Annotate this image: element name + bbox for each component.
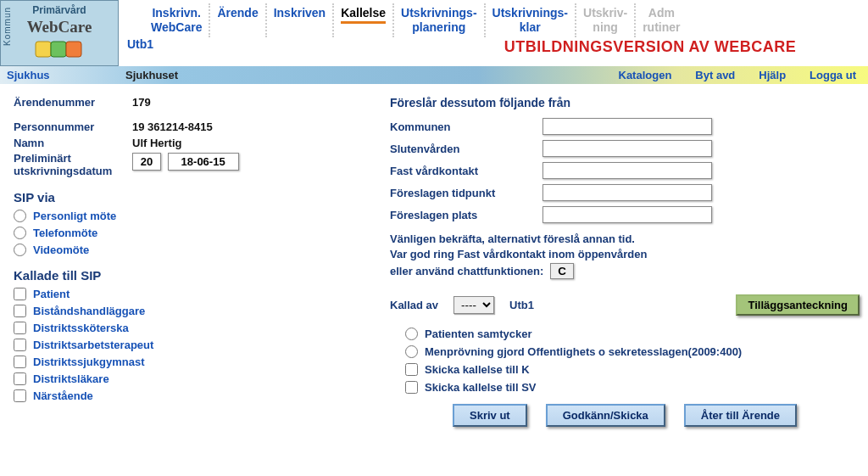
input-fast-vardkontakt[interactable] <box>542 162 712 179</box>
subbar: Sjukhus Sjukhuset Katalogen Byt avd Hjäl… <box>0 66 868 84</box>
label-kallad-av: Kallad av <box>390 299 438 311</box>
check-kallade-0[interactable] <box>14 288 26 300</box>
input-date-year[interactable] <box>132 153 161 171</box>
label-sip-1: Telefonmöte <box>33 227 97 239</box>
input-slutenvarden[interactable] <box>542 140 712 157</box>
svg-rect-1 <box>51 42 66 57</box>
subbar-col1-value: Sjukhuset <box>119 66 185 84</box>
radio-sip-0[interactable] <box>14 210 26 222</box>
svg-rect-0 <box>36 42 51 57</box>
label-kallade-5: Distriktsläkare <box>33 372 109 385</box>
label-kallade-4: Distriktssjukgymnast <box>33 356 145 368</box>
label-prelim: Preliminärtutskrivningsdatum <box>14 153 132 178</box>
puzzle-icon <box>6 36 113 64</box>
banner-title: UTBILDNINGSVERSION AV WEBCARE <box>432 37 868 58</box>
label-personnummer: Personnummer <box>14 120 132 133</box>
radio-consent-1[interactable] <box>405 345 418 358</box>
label-kallade-2: Distriktssköterska <box>33 322 129 334</box>
input-date-rest[interactable] <box>168 153 239 171</box>
check-kallade-3[interactable] <box>14 339 26 351</box>
logo-subtitle: Primärvård <box>6 4 113 16</box>
link-logga-ut[interactable]: Logga ut <box>798 66 868 84</box>
nav-tab-3[interactable]: Kallelse <box>332 3 392 37</box>
label-sip-2: Videomöte <box>33 244 89 256</box>
input-kommunen[interactable] <box>542 118 712 135</box>
label-kallade-0: Patient <box>33 288 70 300</box>
input-foreslagen-tidpunkt[interactable] <box>542 184 712 201</box>
nav-tabs: Inskrivn.WebCareÄrendeInskrivenKallelseU… <box>119 0 868 37</box>
chat-button[interactable]: C <box>550 263 574 279</box>
label-consent-3: Skicka kallelse till SV <box>425 381 537 394</box>
value-arendenummer: 179 <box>132 96 151 109</box>
heading-sip-via: SIP via <box>14 190 361 204</box>
nav-tab-0[interactable]: Inskrivn.WebCare <box>144 3 209 37</box>
radio-sip-2[interactable] <box>14 244 26 256</box>
nav-tab-7: Admrutiner <box>634 3 687 37</box>
value-namn: Ulf Hertig <box>132 137 182 149</box>
check-kallade-1[interactable] <box>14 305 26 317</box>
tillaggsanteckning-button[interactable]: Tilläggsanteckning <box>736 294 860 316</box>
skriv-ut-button[interactable]: Skriv ut <box>453 404 527 427</box>
label-consent-0: Patienten samtycker <box>425 328 531 340</box>
ater-till-arende-button[interactable]: Åter till Ärende <box>684 404 797 427</box>
checkbox-consent-3[interactable] <box>405 381 418 394</box>
subbar-col1-label: Sjukhus <box>0 66 119 84</box>
check-kallade-4[interactable] <box>14 356 26 368</box>
link-byt-avd[interactable]: Byt avd <box>683 66 747 84</box>
link-hjalp[interactable]: Hjälp <box>747 66 798 84</box>
check-kallade-5[interactable] <box>14 372 26 385</box>
label-kallade-3: Distriktsarbetsterapeut <box>33 339 153 351</box>
heading-kallade: Kallade till SIP <box>14 268 361 283</box>
label-kommunen: Kommunen <box>390 120 542 133</box>
check-kallade-6[interactable] <box>14 389 26 402</box>
nav-tab-5[interactable]: Utskrivnings-klar <box>484 3 575 37</box>
banner-left: Utb1 <box>119 37 432 58</box>
label-arendenummer: Ärendenummer <box>14 96 132 109</box>
logo-name: WebCare <box>6 18 113 36</box>
label-fast-vardkontakt: Fast vårdkontakt <box>390 165 542 177</box>
heading-foreslar: Föreslår dessutom följande från <box>390 96 860 109</box>
checkbox-consent-2[interactable] <box>405 363 418 376</box>
check-kallade-2[interactable] <box>14 322 26 334</box>
text-utb: Utb1 <box>509 299 534 311</box>
godkann-skicka-button[interactable]: Godkänn/Skicka <box>546 404 665 427</box>
label-kallade-1: Biståndshandläggare <box>33 305 145 317</box>
label-namn: Namn <box>14 137 132 149</box>
label-kallade-6: Närstående <box>33 389 93 402</box>
logo-side-text: Kommun <box>3 7 12 46</box>
nav-tab-4[interactable]: Utskrivnings-planering <box>392 3 483 37</box>
link-katalogen[interactable]: Katalogen <box>607 66 684 84</box>
nav-tab-2[interactable]: Inskriven <box>265 3 332 37</box>
input-foreslagen-plats[interactable] <box>542 206 712 223</box>
svg-rect-2 <box>66 42 81 57</box>
label-sip-0: Personligt möte <box>33 210 116 222</box>
label-foreslagen-tidpunkt: Föreslagen tidpunkt <box>390 187 542 199</box>
label-consent-2: Skicka kallelse till K <box>425 363 530 376</box>
radio-consent-0[interactable] <box>405 328 418 340</box>
radio-sip-1[interactable] <box>14 227 26 239</box>
nav-tab-6: Utskriv-ning <box>575 3 634 37</box>
nav-tab-1[interactable]: Ärende <box>209 3 264 37</box>
label-foreslagen-plats: Föreslagen plats <box>390 209 542 221</box>
label-slutenvarden: Slutenvården <box>390 143 542 155</box>
value-personnummer: 19 361214-8415 <box>132 120 213 133</box>
label-consent-1: Menprövning gjord Offentlighets o sekret… <box>425 345 742 358</box>
confirm-text: Vänligen bekräfta, alternativt föreslå a… <box>390 232 860 279</box>
logo: Primärvård WebCare <box>0 0 119 66</box>
select-kallad-av[interactable]: ---- <box>453 296 494 314</box>
